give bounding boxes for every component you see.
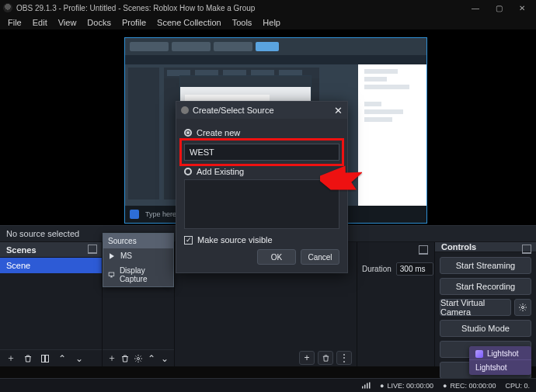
maximize-button[interactable]: ▢ bbox=[488, 1, 510, 15]
create-new-radio[interactable]: Create new bbox=[184, 128, 339, 137]
source-name-input[interactable] bbox=[184, 144, 339, 161]
sources-menu-label: Display Capture bbox=[120, 266, 169, 283]
obs-logo-icon bbox=[3, 3, 12, 12]
dialog-close-button[interactable]: ✕ bbox=[334, 105, 343, 116]
scenes-list[interactable]: Scene bbox=[0, 258, 102, 349]
make-visible-checkbox[interactable]: ✓ Make source visible bbox=[184, 235, 339, 245]
checkbox-icon: ✓ bbox=[184, 236, 193, 245]
cancel-button[interactable]: Cancel bbox=[301, 249, 339, 265]
start-virtual-camera-button[interactable]: Start Virtual Camera bbox=[440, 299, 511, 316]
duration-input[interactable] bbox=[396, 262, 433, 276]
sources-menu-item-ms[interactable]: MS bbox=[103, 248, 173, 263]
menu-docks[interactable]: Docks bbox=[82, 16, 116, 29]
mixer-options-button[interactable]: ⋮ bbox=[336, 351, 352, 365]
create-select-source-dialog: Create/Select Source ✕ Create new Add Ex… bbox=[176, 101, 348, 273]
obs-logo-icon bbox=[181, 106, 189, 114]
network-icon bbox=[361, 382, 371, 390]
menu-scene-collection[interactable]: Scene Collection bbox=[152, 16, 226, 29]
dialog-titlebar[interactable]: Create/Select Source ✕ bbox=[176, 102, 347, 119]
menubar: File Edit View Docks Profile Scene Colle… bbox=[0, 16, 536, 29]
radio-icon bbox=[184, 129, 192, 137]
sources-context-menu: Sources MS Display Capture bbox=[103, 233, 174, 287]
source-up-button[interactable]: ⌃ bbox=[146, 352, 158, 366]
scene-add-button[interactable]: ＋ bbox=[3, 352, 19, 366]
close-button[interactable]: ✕ bbox=[511, 1, 533, 15]
studio-mode-button[interactable]: Studio Mode bbox=[440, 320, 531, 337]
minimize-button[interactable]: — bbox=[465, 1, 486, 15]
transitions-header[interactable] bbox=[357, 242, 434, 258]
sources-menu-item-display-capture[interactable]: Display Capture bbox=[103, 263, 173, 286]
dialog-title: Create/Select Source bbox=[193, 106, 274, 115]
statusbar: ● LIVE: 00:00:00 ● REC: 00:00:00 CPU: 0. bbox=[0, 378, 536, 392]
toast-body: Lightshot bbox=[469, 360, 531, 375]
popout-icon[interactable] bbox=[522, 245, 531, 254]
menu-edit[interactable]: Edit bbox=[28, 16, 52, 29]
scene-down-button[interactable]: ⌄ bbox=[71, 352, 87, 366]
scenes-panel: Scenes Scene ＋ ⌃ ⌄ bbox=[0, 242, 103, 366]
controls-header[interactable]: Controls bbox=[435, 242, 536, 252]
radio-icon bbox=[184, 168, 192, 175]
monitor-icon bbox=[108, 271, 115, 279]
menu-file[interactable]: File bbox=[3, 16, 26, 29]
add-existing-label: Add Existing bbox=[197, 167, 244, 176]
scenes-header[interactable]: Scenes bbox=[0, 242, 102, 258]
live-status: ● LIVE: 00:00:00 bbox=[380, 382, 433, 390]
scene-filter-button[interactable] bbox=[37, 352, 53, 366]
menu-tools[interactable]: Tools bbox=[228, 16, 257, 29]
play-icon bbox=[108, 252, 116, 260]
window-controls: — ▢ ✕ bbox=[465, 1, 533, 15]
source-properties-button[interactable] bbox=[132, 352, 144, 366]
rec-status: ● REC: 00:00:00 bbox=[443, 382, 496, 390]
mixer-add-button[interactable]: + bbox=[299, 351, 315, 365]
scenes-title: Scenes bbox=[6, 245, 37, 255]
scene-remove-button[interactable] bbox=[20, 352, 36, 366]
popout-icon[interactable] bbox=[88, 245, 97, 254]
no-source-text: No source selected bbox=[6, 229, 79, 238]
create-new-label: Create new bbox=[197, 128, 240, 137]
gear-icon bbox=[518, 303, 527, 312]
transitions-panel: Duration ▲▼ bbox=[357, 242, 435, 366]
scene-up-button[interactable]: ⌃ bbox=[54, 352, 70, 366]
source-down-button[interactable]: ⌄ bbox=[159, 352, 171, 366]
existing-sources-list[interactable] bbox=[184, 179, 339, 229]
lightshot-icon bbox=[475, 350, 483, 358]
toast-title: Lightshot bbox=[487, 349, 519, 358]
source-add-button[interactable]: ＋ bbox=[106, 352, 117, 366]
popout-icon[interactable] bbox=[419, 245, 428, 255]
add-existing-radio[interactable]: Add Existing bbox=[184, 167, 339, 176]
svg-rect-2 bbox=[109, 272, 114, 276]
svg-point-4 bbox=[522, 307, 524, 309]
make-visible-label: Make source visible bbox=[197, 235, 273, 245]
svg-rect-1 bbox=[46, 355, 49, 362]
svg-point-3 bbox=[137, 357, 140, 359]
start-streaming-button[interactable]: Start Streaming bbox=[440, 257, 531, 274]
menu-profile[interactable]: Profile bbox=[117, 16, 151, 29]
controls-title: Controls bbox=[441, 242, 476, 252]
menu-help[interactable]: Help bbox=[258, 16, 285, 29]
menu-view[interactable]: View bbox=[54, 16, 82, 29]
cpu-status: CPU: 0. bbox=[505, 382, 530, 390]
scene-item[interactable]: Scene bbox=[0, 258, 102, 273]
sources-panel: Sources MS Display Capture ＋ ⌃ ⌄ bbox=[103, 242, 175, 366]
titlebar: OBS 29.1.3 - Profile: Untitled - Scenes:… bbox=[0, 0, 536, 16]
ok-button[interactable]: OK bbox=[257, 249, 296, 265]
sources-footer: ＋ ⌃ ⌄ bbox=[103, 349, 174, 366]
source-remove-button[interactable] bbox=[119, 352, 131, 366]
lightshot-notification[interactable]: Lightshot Lightshot bbox=[469, 346, 531, 375]
virtual-camera-settings-button[interactable] bbox=[514, 299, 531, 316]
scenes-footer: ＋ ⌃ ⌄ bbox=[0, 349, 102, 366]
window-title: OBS 29.1.3 - Profile: Untitled - Scenes:… bbox=[16, 4, 255, 12]
duration-label: Duration bbox=[362, 265, 392, 273]
mixer-remove-button[interactable] bbox=[318, 351, 333, 365]
svg-rect-0 bbox=[42, 355, 45, 362]
sources-menu-label: MS bbox=[120, 252, 132, 260]
start-recording-button[interactable]: Start Recording bbox=[440, 278, 531, 295]
sources-menu-title: Sources bbox=[103, 234, 173, 248]
start-icon bbox=[130, 210, 139, 219]
